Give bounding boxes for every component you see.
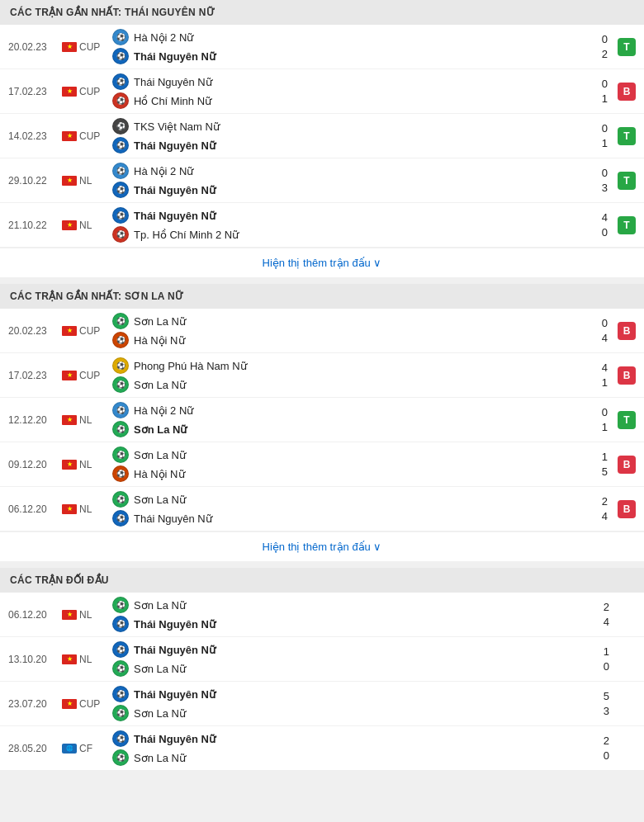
- team-logo-thai: ⚽: [112, 182, 129, 198]
- team-logo-thai: ⚽: [112, 207, 129, 224]
- match-scores: 53: [586, 690, 609, 717]
- team-row: ⚽Thái Nguyên Nữ: [112, 182, 585, 198]
- match-date: 20.02.23: [8, 325, 59, 337]
- result-badge: B: [618, 456, 636, 474]
- match-flag: ★: [59, 504, 79, 514]
- match-flag: ★: [59, 176, 79, 186]
- team-name: Thái Nguyên Nữ: [134, 733, 215, 745]
- match-teams: ⚽Sơn La Nữ⚽Hà Nội Nữ: [112, 446, 585, 482]
- team-row: ⚽Thái Nguyên Nữ: [112, 73, 585, 90]
- team-logo-son: ⚽: [112, 749, 129, 766]
- team-logo-tks: ⚽: [112, 118, 129, 135]
- match-flag: ★: [59, 131, 79, 141]
- match-flag: ★: [59, 220, 79, 230]
- team-row: ⚽Sơn La Nữ: [112, 376, 585, 393]
- team-row: ⚽Thái Nguyên Nữ: [112, 510, 585, 527]
- match-teams: ⚽Thái Nguyên Nữ⚽Tp. Hồ Chí Minh 2 Nữ: [112, 207, 585, 243]
- section-son-la: CÁC TRẬN GẦN NHẤT: SƠN LA NỮ20.02.23 ★ C…: [0, 284, 644, 561]
- score: 3: [596, 705, 609, 717]
- match-type: CF: [79, 743, 112, 754]
- team-logo-ha2: ⚽: [112, 163, 129, 179]
- match-flag: ★: [59, 42, 79, 52]
- team-logo-thai: ⚽: [112, 616, 129, 632]
- flag-vn: ★: [62, 654, 77, 664]
- match-flag: 🌐: [59, 744, 79, 754]
- team-name: Thái Nguyên Nữ: [134, 50, 215, 63]
- match-scores: 40: [585, 211, 608, 239]
- match-row: 20.02.23 ★ CUP⚽Sơn La Nữ⚽Hà Nội Nữ04B: [0, 309, 644, 353]
- match-row: 13.10.20 ★ NL⚽Thái Nguyên Nữ⚽Sơn La Nữ10: [0, 637, 644, 682]
- team-name: Thái Nguyên Nữ: [134, 139, 215, 152]
- team-name: Sơn La Nữ: [134, 752, 186, 764]
- result-badge: T: [618, 172, 636, 190]
- match-date: 12.12.20: [8, 414, 59, 426]
- match-scores: 41: [585, 361, 608, 389]
- match-scores: 02: [585, 33, 608, 60]
- match-flag: ★: [59, 326, 79, 336]
- match-row: 28.05.20🌐CF⚽Thái Nguyên Nữ⚽Sơn La Nữ20: [0, 726, 644, 770]
- score: 2: [594, 495, 608, 508]
- match-type: NL: [79, 220, 112, 231]
- team-logo-son: ⚽: [112, 491, 129, 508]
- team-name: Hà Nội 2 Nữ: [134, 165, 193, 177]
- flag-vn: ★: [62, 371, 77, 380]
- show-more-button[interactable]: Hiện thị thêm trận đấu ∨: [0, 531, 644, 561]
- match-teams: ⚽Sơn La Nữ⚽Thái Nguyên Nữ: [112, 597, 586, 632]
- match-teams: ⚽Hà Nội 2 Nữ⚽Thái Nguyên Nữ: [112, 29, 585, 64]
- score: 1: [594, 137, 608, 149]
- team-name: Thái Nguyên Nữ: [134, 644, 215, 656]
- team-row: ⚽Hà Nội 2 Nữ: [112, 29, 585, 45]
- match-teams: ⚽Thái Nguyên Nữ⚽Sơn La Nữ: [112, 641, 586, 677]
- match-date: 23.07.20: [8, 698, 59, 710]
- team-name: Thái Nguyên Nữ: [134, 76, 212, 88]
- match-teams: ⚽Sơn La Nữ⚽Thái Nguyên Nữ: [112, 491, 585, 527]
- match-scores: 20: [586, 735, 609, 762]
- match-date: 21.10.22: [8, 220, 59, 231]
- match-scores: 01: [585, 406, 608, 433]
- team-name: Hà Nội Nữ: [134, 334, 185, 347]
- team-row: ⚽Hà Nội Nữ: [112, 332, 585, 348]
- team-row: ⚽Thái Nguyên Nữ: [112, 686, 586, 702]
- match-teams: ⚽Hà Nội 2 Nữ⚽Thái Nguyên Nữ: [112, 163, 585, 198]
- flag-vn: ★: [62, 699, 77, 709]
- flag-vn: ★: [62, 326, 77, 336]
- team-name: Thái Nguyên Nữ: [134, 184, 215, 196]
- flag-vn: ★: [62, 42, 77, 52]
- team-logo-thai: ⚽: [112, 730, 129, 747]
- section-doi-dau: CÁC TRẬN ĐỐI ĐẦU06.12.20 ★ NL⚽Sơn La Nữ⚽…: [0, 568, 644, 770]
- team-logo-hcm: ⚽: [112, 226, 129, 243]
- score: 1: [594, 451, 608, 463]
- team-row: ⚽Thái Nguyên Nữ: [112, 641, 586, 658]
- team-row: ⚽Hồ Chí Minh Nữ: [112, 92, 585, 109]
- match-type: CUP: [79, 86, 112, 97]
- team-row: ⚽Hà Nội Nữ: [112, 465, 585, 482]
- team-logo-son: ⚽: [112, 421, 129, 437]
- team-row: ⚽Hà Nội 2 Nữ: [112, 163, 585, 179]
- team-row: ⚽TKS Việt Nam Nữ: [112, 118, 585, 135]
- flag-vn: ★: [62, 176, 77, 186]
- section-thai-nguyen: CÁC TRẬN GẦN NHẤT: THÁI NGUYÊN NỮ20.02.2…: [0, 0, 644, 277]
- team-logo-son: ⚽: [112, 313, 129, 329]
- team-logo-hanoi: ⚽: [112, 465, 129, 482]
- team-name: Sơn La Nữ: [134, 707, 186, 720]
- score: 1: [594, 376, 608, 389]
- match-flag: ★: [59, 699, 79, 709]
- match-row: 21.10.22 ★ NL⚽Thái Nguyên Nữ⚽Tp. Hồ Chí …: [0, 203, 644, 248]
- team-logo-pphn: ⚽: [112, 357, 129, 374]
- match-teams: ⚽Hà Nội 2 Nữ⚽Sơn La Nữ: [112, 402, 585, 437]
- team-name: Sơn La Nữ: [134, 449, 186, 461]
- result-badge: T: [618, 38, 636, 56]
- match-row: 23.07.20 ★ CUP⚽Thái Nguyên Nữ⚽Sơn La Nữ5…: [0, 682, 644, 726]
- match-date: 13.10.20: [8, 654, 59, 665]
- team-name: Sơn La Nữ: [134, 663, 186, 675]
- team-name: Thái Nguyên Nữ: [134, 618, 215, 631]
- score: 0: [596, 660, 609, 673]
- show-more-button[interactable]: Hiện thị thêm trận đấu ∨: [0, 248, 644, 277]
- result-badge: B: [618, 83, 636, 101]
- team-name: Thái Nguyên Nữ: [134, 688, 215, 701]
- score: 1: [594, 421, 608, 433]
- team-logo-thai: ⚽: [112, 73, 129, 90]
- score: 0: [594, 226, 608, 239]
- team-row: ⚽Thái Nguyên Nữ: [112, 616, 586, 632]
- score: 1: [596, 645, 609, 658]
